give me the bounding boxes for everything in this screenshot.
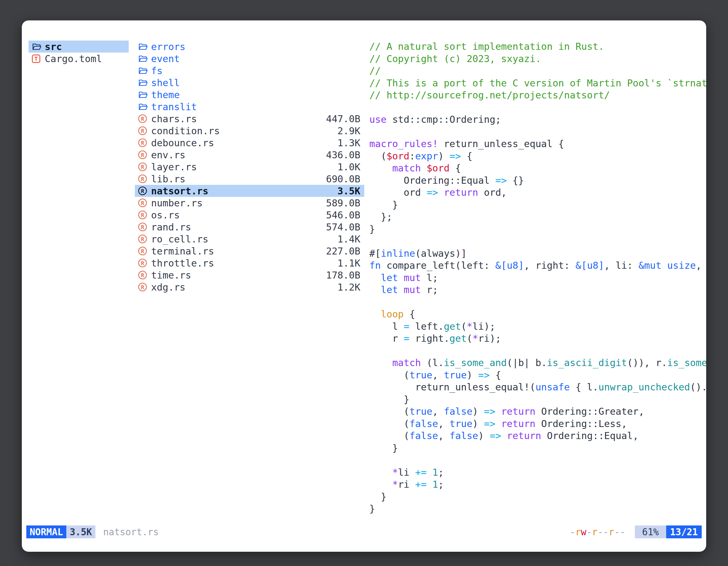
entry-name: theme [151, 89, 180, 100]
entry-size: 1.0K [332, 161, 360, 173]
code-token: {} [507, 175, 524, 186]
code-line: ord => return ord, [369, 187, 706, 199]
folder-icon [138, 78, 148, 88]
folder-icon [138, 102, 148, 112]
code-token: mut [404, 272, 421, 283]
code-line: // [369, 65, 706, 77]
rust-file-icon: R [138, 163, 147, 171]
file-entry[interactable]: fs [135, 65, 364, 77]
file-entry[interactable]: errors [135, 41, 364, 53]
status-bar-right: -rw-r--r-- 61% 13/21 [570, 525, 702, 538]
code-token: ) [467, 369, 478, 380]
code-token: l [369, 321, 404, 332]
code-token: } [369, 503, 375, 514]
file-entry[interactable]: R ro_cell.rs 1.4K [135, 233, 364, 245]
code-token: (|b| b. [507, 357, 547, 368]
code-token [369, 284, 381, 295]
file-entry[interactable]: R chars.rs 447.0B [135, 113, 364, 125]
code-token: li [398, 467, 415, 478]
entry-icon-slot: R [138, 235, 151, 243]
file-entry[interactable]: R rand.rs 574.0B [135, 221, 364, 233]
code-line: match (l.is_some_and(|b| b.is_ascii_digi… [369, 357, 706, 369]
entry-size: 690.0B [320, 173, 360, 185]
code-token [438, 187, 444, 198]
code-token: => [427, 187, 438, 198]
entry-name: time.rs [151, 270, 191, 281]
rust-file-icon: R [138, 175, 147, 183]
code-token: ) [473, 406, 484, 417]
entry-icon-slot: R [138, 114, 151, 123]
folder-icon [138, 66, 148, 76]
file-entry[interactable]: R lib.rs 690.0B [135, 173, 364, 185]
code-token: => [484, 406, 495, 417]
code-token: Ordering::Greater, [536, 406, 644, 417]
parent-dir-entry[interactable]: src [29, 41, 129, 53]
file-entry[interactable]: R condition.rs 2.9K [135, 125, 364, 137]
entry-size: 1.4K [332, 234, 360, 245]
code-token: (l. [421, 357, 444, 368]
entry-icon-slot [138, 66, 151, 76]
file-entry[interactable]: R terminal.rs 227.0B [135, 245, 364, 257]
file-entry[interactable]: R throttle.rs 1.1K [135, 257, 364, 269]
code-line: macro_rules! return_unless_equal { [369, 138, 706, 150]
file-entry[interactable]: R debounce.rs 1.3K [135, 137, 364, 149]
code-token: = [404, 333, 409, 344]
code-token: : [409, 151, 415, 162]
code-token: , [438, 430, 450, 441]
entry-name: debounce.rs [151, 137, 214, 149]
file-entry[interactable]: theme [135, 89, 364, 101]
file-entry[interactable]: R natsort.rs 3.5K [135, 185, 364, 197]
code-token: let [381, 284, 398, 295]
code-token [495, 418, 501, 429]
code-token: ( [369, 406, 409, 417]
file-entry[interactable]: R time.rs 178.0B [135, 269, 364, 281]
code-token: }; [369, 211, 392, 222]
parent-dir-entry[interactable]: T Cargo.toml [29, 53, 129, 65]
code-line: // A natural sort implementation in Rust… [369, 41, 706, 53]
code-token: ( [369, 151, 386, 162]
file-size-indicator: 3.5K [66, 525, 95, 538]
rust-file-icon: R [138, 211, 147, 219]
code-token: li); [473, 321, 495, 332]
code-token [427, 467, 432, 478]
code-token: &mut [638, 260, 661, 271]
code-token: false [409, 430, 438, 441]
file-entry[interactable]: R number.rs 589.0B [135, 197, 364, 209]
entry-icon-slot: R [138, 187, 151, 195]
folder-icon [32, 42, 42, 52]
code-token: false [409, 418, 438, 429]
code-token: unsafe [536, 381, 570, 393]
code-token: use [369, 114, 386, 125]
file-entry[interactable]: R os.rs 546.0B [135, 209, 364, 221]
entry-icon-slot [138, 90, 151, 100]
file-entry[interactable]: R xdg.rs 1.2K [135, 281, 364, 293]
code-token [369, 479, 392, 490]
entry-icon-slot: R [138, 259, 151, 267]
code-token: true [444, 369, 467, 380]
code-token: Ordering::Less, [536, 418, 627, 429]
parent-pane: src T Cargo.toml [29, 41, 129, 65]
code-token: => [478, 369, 490, 380]
code-token: get [444, 321, 461, 332]
file-entry[interactable]: translit [135, 101, 364, 113]
code-token: l; [421, 272, 438, 283]
code-token: Ordering::Equal [369, 175, 495, 186]
entry-size: 1.2K [332, 282, 360, 293]
file-entry[interactable]: R env.rs 436.0B [135, 149, 364, 161]
file-entry[interactable]: shell [135, 77, 364, 89]
code-line: // http://sourcefrog.net/projects/natsor… [369, 89, 706, 102]
entry-name: condition.rs [151, 125, 220, 137]
code-token: #[ [369, 248, 381, 259]
entry-name: throttle.rs [151, 258, 214, 269]
code-token: { [490, 369, 501, 380]
code-token: true [409, 369, 432, 380]
entry-icon-slot: R [138, 139, 151, 147]
entry-name: ro_cell.rs [151, 234, 208, 245]
entry-size: 589.0B [320, 198, 360, 209]
file-permissions: -rw-r--r-- [570, 527, 625, 537]
code-line: } [369, 393, 706, 406]
code-token: , [432, 369, 444, 380]
file-entry[interactable]: event [135, 53, 364, 65]
file-entry[interactable]: R layer.rs 1.0K [135, 161, 364, 173]
code-token: } [369, 224, 375, 235]
